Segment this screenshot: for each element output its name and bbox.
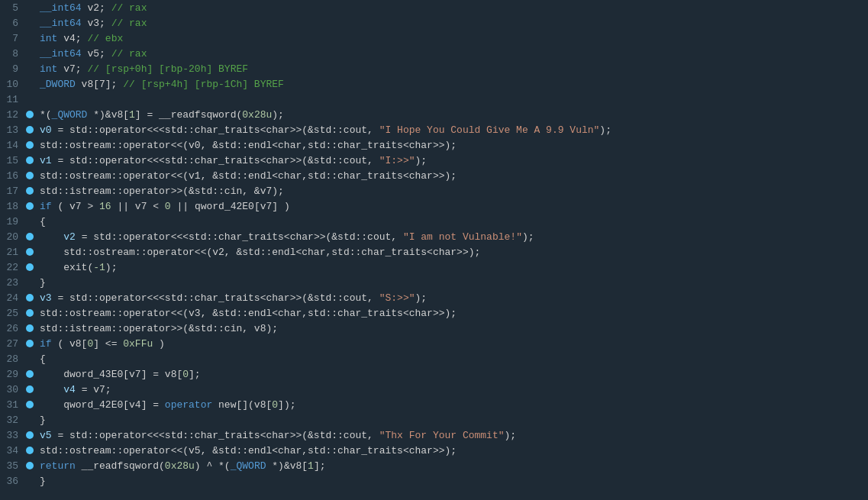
breakpoint-area[interactable] <box>24 462 35 469</box>
breakpoint-dot <box>26 385 34 393</box>
breakpoint-area[interactable] <box>24 141 35 149</box>
breakpoint-area[interactable] <box>24 111 35 118</box>
breakpoint-dot <box>26 156 34 164</box>
code-text: exit(-1); <box>35 262 868 273</box>
token-normal: { <box>40 216 46 227</box>
line-number: 25 <box>0 308 24 319</box>
token-normal: ); <box>522 231 534 243</box>
line-number: 16 <box>0 170 24 182</box>
breakpoint-area[interactable] <box>24 263 35 271</box>
breakpoint-area[interactable] <box>24 202 35 210</box>
token-num: -1 <box>93 262 105 273</box>
breakpoint-dot <box>26 172 34 179</box>
code-text: dword_43E0[v7] = v8[0]; <box>35 369 868 380</box>
table-row: 22 exit(-1); <box>0 260 868 275</box>
breakpoint-area[interactable] <box>24 233 35 240</box>
breakpoint-area[interactable] <box>24 401 35 408</box>
line-number: 18 <box>0 201 24 212</box>
breakpoint-dot <box>26 294 34 302</box>
breakpoint-area[interactable] <box>24 340 35 347</box>
line-number: 21 <box>0 247 24 258</box>
breakpoint-dot <box>26 187 34 195</box>
token-num: 0xFFu <box>123 338 153 350</box>
breakpoint-area[interactable] <box>24 431 35 439</box>
token-normal: ); <box>505 430 517 441</box>
token-var: v1 <box>40 155 52 166</box>
breakpoint-dot <box>26 202 34 210</box>
indent <box>40 231 63 243</box>
breakpoint-area[interactable] <box>24 126 35 134</box>
token-normal: ]); <box>278 399 295 411</box>
code-text: return __readfsqword(0x28u) ^ *(_QWORD *… <box>35 460 868 472</box>
token-normal: exit( <box>63 262 93 273</box>
breakpoint-dot <box>26 309 34 317</box>
token-normal: v7; <box>57 63 87 75</box>
token-normal: ( v7 > <box>52 201 99 212</box>
token-normal: ) ^ *( <box>195 460 231 472</box>
line-number: 36 <box>0 476 24 487</box>
table-row: 27if ( v8[0] <= 0xFFu ) <box>0 336 868 351</box>
breakpoint-area[interactable] <box>24 447 35 454</box>
token-normal: v4; <box>57 33 87 44</box>
breakpoint-area[interactable] <box>24 370 35 378</box>
code-text: { <box>35 216 868 227</box>
token-num: 0x28u <box>242 109 272 121</box>
table-row: 29 dword_43E0[v7] = v8[0]; <box>0 366 868 382</box>
line-number: 9 <box>0 63 24 75</box>
breakpoint-area[interactable] <box>24 156 35 164</box>
token-normal: } <box>40 476 46 487</box>
token-normal: __readfsqword( <box>76 460 165 472</box>
token-str: "I Hope You Could Give Me A 9.9 Vuln" <box>379 124 600 136</box>
token-comment: // [rsp+0h] [rbp-20h] BYREF <box>87 63 248 75</box>
table-row: 34std::ostream::operator<<(v5, &std::end… <box>0 443 868 458</box>
token-num: 16 <box>99 201 111 212</box>
code-text: std::ostream::operator<<(v5, &std::endl<… <box>35 445 868 456</box>
table-row: 15v1 = std::operator<<<std::char_traits<… <box>0 153 868 168</box>
token-kw: __int64 <box>40 48 82 60</box>
indent <box>40 247 63 258</box>
line-number: 27 <box>0 338 24 350</box>
line-number: 6 <box>0 18 24 29</box>
breakpoint-dot <box>26 462 34 469</box>
token-comment: // [rsp+4h] [rbp-1Ch] BYREF <box>123 79 284 90</box>
indent <box>40 384 63 395</box>
line-number: 28 <box>0 353 24 365</box>
table-row: 16std::ostream::operator<<(v1, &std::end… <box>0 168 868 183</box>
code-text: std::ostream::operator<<(v2, &std::endl<… <box>35 247 868 258</box>
breakpoint-area[interactable] <box>24 309 35 317</box>
breakpoint-dot <box>26 431 34 439</box>
token-normal: qword_42E0[v4] = <box>63 399 165 411</box>
token-normal: ( v8[ <box>52 338 88 350</box>
line-number: 26 <box>0 323 24 334</box>
token-kw: if <box>40 201 52 212</box>
token-normal: ]; <box>189 369 201 380</box>
breakpoint-area[interactable] <box>24 172 35 179</box>
breakpoint-area[interactable] <box>24 294 35 302</box>
token-num: 0x28u <box>165 460 195 472</box>
code-text: v1 = std::operator<<<std::char_traits<ch… <box>35 155 868 166</box>
line-number: 14 <box>0 140 24 151</box>
breakpoint-area[interactable] <box>24 187 35 195</box>
table-row: 25std::ostream::operator<<(v3, &std::end… <box>0 305 868 321</box>
table-row: 26std::istream::operator>>(&std::cin, v8… <box>0 321 868 336</box>
line-number: 17 <box>0 185 24 197</box>
token-normal: v8[7]; <box>76 79 123 90</box>
token-str: "I am not Vulnable!" <box>403 231 522 243</box>
token-str: "Thx For Your Commit" <box>379 430 505 441</box>
token-normal: ] <= <box>93 338 123 350</box>
token-normal: ); <box>415 292 428 304</box>
breakpoint-dot <box>26 248 34 256</box>
token-normal: dword_43E0[v7] = v8[ <box>63 369 182 380</box>
token-normal: std::ostream::operator<<(v0, &std::endl<… <box>40 140 457 151</box>
code-editor: 5__int64 v2; // rax6__int64 v3; // rax7i… <box>0 0 868 500</box>
table-row: 14std::ostream::operator<<(v0, &std::end… <box>0 137 868 153</box>
code-text: __int64 v5; // rax <box>35 48 868 60</box>
token-comment: // rax <box>111 2 147 14</box>
breakpoint-area[interactable] <box>24 385 35 393</box>
token-num: 0 <box>272 399 278 411</box>
code-text: std::ostream::operator<<(v1, &std::endl<… <box>35 170 868 182</box>
breakpoint-area[interactable] <box>24 324 35 332</box>
token-var: v2 <box>63 231 76 243</box>
breakpoint-area[interactable] <box>24 248 35 256</box>
line-number: 33 <box>0 430 24 441</box>
